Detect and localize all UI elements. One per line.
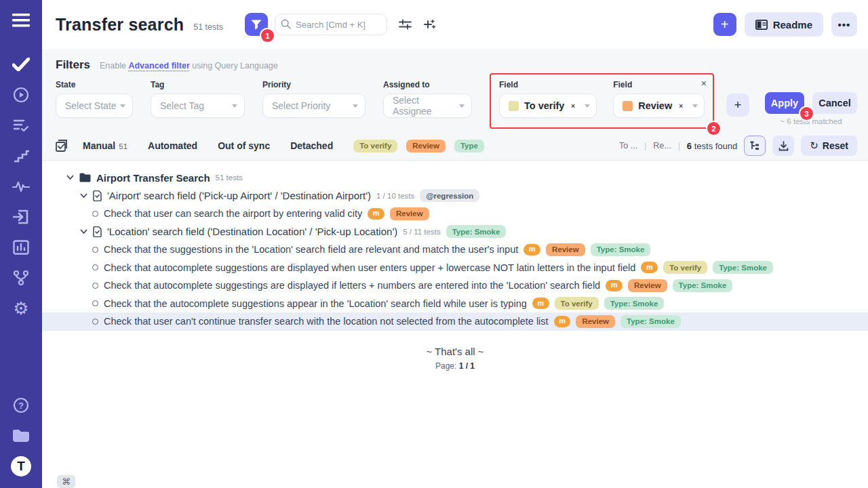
steps-icon[interactable] [11,146,31,165]
to-verify-color-swatch [509,101,519,111]
tree-test-row[interactable]: Check that user can search the airport b… [42,205,868,223]
test-status-icon[interactable] [92,300,98,306]
import-icon[interactable] [11,207,31,226]
tag-select[interactable]: Select Tag [151,94,245,118]
tree-suite-row[interactable]: 'Location' search field ('Destination Lo… [42,223,868,241]
document-icon [93,190,102,201]
search-input[interactable] [275,14,387,35]
reset-button[interactable]: ↻ Reset [801,136,857,156]
add-filter-button[interactable]: + [726,94,749,117]
field-select-review[interactable]: Review × [613,94,705,118]
tree-test-row[interactable]: Check that autocomplete suggestions are … [42,259,868,277]
priority-select[interactable]: Select Priority [262,94,366,118]
page-header: Transfer search 51 tests 1 + [42,0,868,49]
create-button[interactable]: + [713,13,736,36]
page-label: Page: [435,361,456,371]
app-window: ⚙ ? T Transfer search 51 tests 1 [0,0,868,488]
chevron-down-icon [585,104,590,108]
folder-icon [79,173,91,182]
filters-head: Filters Enable Advanced filter using Que… [56,58,857,72]
divider: | [678,141,680,150]
column-to-verify[interactable]: To ... [619,141,637,150]
field-select-to-verify[interactable]: To verify × [499,94,597,118]
apply-button[interactable]: Apply [765,92,804,114]
suite-name[interactable]: 'Airport' search field ('Pick-up Airport… [107,190,371,201]
suite-name[interactable]: 'Location' search field ('Destination Lo… [107,226,397,237]
settings-gear-icon[interactable]: ⚙ [11,299,31,318]
tree-folder-row[interactable]: Airport Transfer Search 51 tests [42,169,868,187]
remove-value-icon[interactable]: × [571,102,575,110]
tab-manual[interactable]: Manual 51 [83,140,127,151]
chevron-down-icon[interactable] [80,193,87,199]
pulse-icon[interactable] [11,177,31,196]
divider: | [644,141,646,150]
readme-button[interactable]: Readme [745,12,823,37]
chip-review[interactable]: Review [406,139,446,152]
found-label: tests found [694,141,738,151]
test-status-icon[interactable] [92,264,98,270]
close-icon[interactable]: × [701,79,707,88]
test-plan-icon[interactable] [11,116,31,135]
state-select[interactable]: Select State [56,94,133,118]
run-icon[interactable] [11,85,31,104]
chip-label: Review [406,140,446,152]
help-icon[interactable]: ? [11,396,31,415]
column-review[interactable]: Re... [653,141,671,150]
tab-out-of-sync[interactable]: Out of sync [218,140,270,151]
svg-text:?: ? [18,401,24,411]
book-icon [755,20,768,30]
filter-group-field-1: Field To verify × [499,80,597,118]
document-icon [93,226,102,237]
check-icon[interactable] [11,55,31,74]
test-status-icon[interactable] [92,319,98,325]
tree-suite-row[interactable]: 'Airport' search field ('Pick-up Airport… [42,187,868,205]
test-title[interactable]: Check that the suggestions in the 'Locat… [104,244,518,255]
tree-test-row-selected[interactable]: Check that user can't continue transfer … [42,312,868,331]
advanced-filter-link[interactable]: Advanced filter [128,61,189,70]
manual-badge: m [641,262,658,273]
branch-icon[interactable] [11,268,31,287]
test-title[interactable]: Check that autocomplete suggestions are … [104,262,635,273]
tree-view-button[interactable] [744,136,766,156]
test-status-icon[interactable] [92,211,98,217]
hint-prefix: Enable [100,61,126,70]
tag-badge[interactable]: @regression [420,189,479,202]
download-button[interactable] [772,136,794,156]
assignee-select[interactable]: Select Assignee [383,94,472,118]
chevron-down-icon [232,104,237,108]
test-title[interactable]: Check that user can search the airport b… [104,208,362,219]
remove-value-icon[interactable]: × [679,102,683,110]
menu-icon[interactable] [11,11,31,30]
test-title[interactable]: Check that user can't continue transfer … [104,316,549,327]
chip-to-verify[interactable]: To verify [353,139,397,152]
test-status-icon[interactable] [92,283,98,289]
tree-test-row[interactable]: Check that the suggestions in the 'Locat… [42,241,868,259]
manual-badge: m [554,316,571,327]
download-icon [778,141,789,151]
adjust-filters-icon[interactable] [399,19,412,30]
suite-meta: 5 / 11 tests [403,228,440,236]
type-smoke-badge[interactable]: Type: Smoke [446,225,507,238]
test-title[interactable]: Check that autocomplete suggestings are … [104,280,600,291]
select-all-icon[interactable] [56,140,68,152]
chevron-down-icon[interactable] [80,229,87,235]
tree-test-row[interactable]: Check that autocomplete suggestings are … [42,277,868,295]
tab-detached[interactable]: Detached [290,140,333,151]
analytics-icon[interactable] [11,238,31,257]
test-status-icon[interactable] [92,247,98,253]
cancel-button[interactable]: Cancel [812,92,857,114]
filter-group-state: State Select State [56,80,133,118]
tree-test-row[interactable]: Check that the autocomplete suggestions … [42,295,868,313]
tab-automated[interactable]: Automated [148,140,197,151]
chevron-down-icon[interactable] [66,175,74,180]
command-key-badge[interactable]: ⌘ [57,475,75,488]
projects-folder-icon[interactable] [11,426,31,445]
more-actions-button[interactable]: ••• [831,12,857,37]
folder-name[interactable]: Airport Transfer Search [96,172,210,184]
filters-hint: Enable Advanced filter using Query Langu… [100,61,278,70]
test-title[interactable]: Check that the autocomplete suggestions … [104,298,527,309]
filters-title: Filters [56,58,90,72]
app-logo[interactable]: T [11,457,31,476]
ai-sparkle-icon[interactable] [423,18,435,30]
chip-type[interactable]: Type [454,139,484,152]
